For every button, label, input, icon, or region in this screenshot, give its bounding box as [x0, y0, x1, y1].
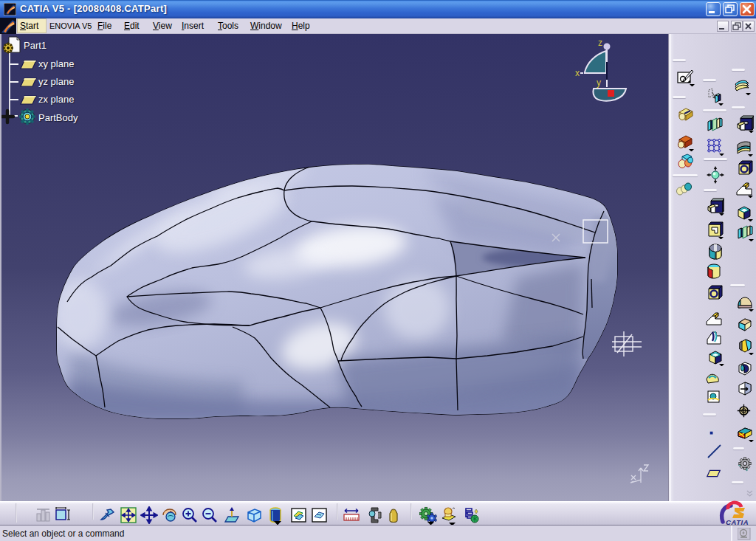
svg-text:y: y [597, 77, 601, 88]
svg-text:z: z [598, 38, 602, 48]
svg-text:x: x [575, 68, 580, 78]
